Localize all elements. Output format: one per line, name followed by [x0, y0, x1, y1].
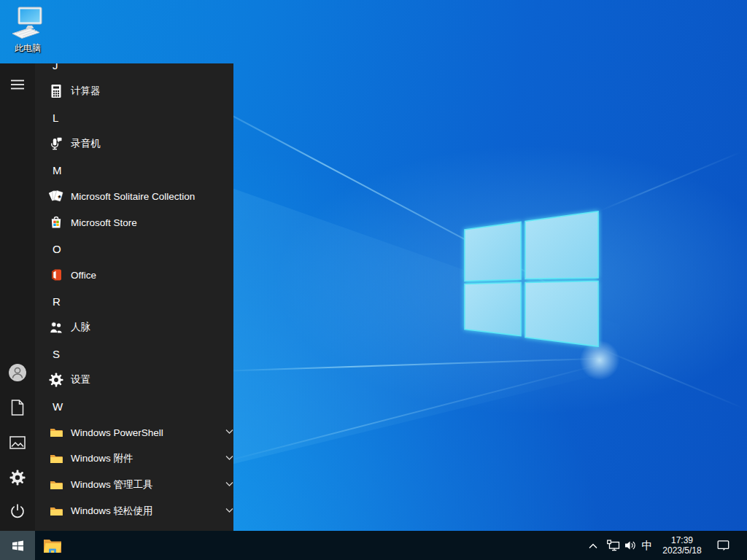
- this-pc-desktop-icon[interactable]: 此电脑: [3, 6, 53, 55]
- app-row-microsoft-store[interactable]: Microsoft Store: [35, 209, 233, 236]
- documents-button[interactable]: [0, 393, 35, 422]
- folder-icon: [48, 424, 64, 440]
- pictures-button[interactable]: [0, 428, 35, 457]
- tray-volume[interactable]: [622, 531, 639, 560]
- section-header-M[interactable]: M: [35, 157, 233, 183]
- section-letter: M: [53, 164, 62, 176]
- folder-icon: [48, 477, 64, 493]
- clock-date: 2023/5/18: [662, 545, 701, 556]
- windows-start-icon: [12, 540, 24, 552]
- app-label: Windows 附件: [71, 452, 133, 465]
- app-label: Windows 轻松使用: [71, 505, 153, 518]
- tray-network-status[interactable]: [604, 531, 623, 560]
- user-avatar-icon: [8, 363, 27, 382]
- this-pc-icon: [9, 6, 46, 41]
- action-center-button[interactable]: [709, 531, 737, 560]
- volume-icon: [624, 540, 637, 551]
- network-icon: [607, 540, 620, 551]
- office-icon: [48, 267, 64, 283]
- section-letter: W: [53, 400, 63, 413]
- section-header-L[interactable]: L: [35, 104, 233, 131]
- start-button[interactable]: [0, 531, 35, 560]
- app-label: Microsoft Solitaire Collection: [71, 191, 195, 202]
- app-row-windows-powershell[interactable]: Windows PowerShell: [35, 419, 233, 446]
- section-letter: J: [53, 63, 58, 71]
- file-explorer-button[interactable]: [35, 531, 70, 560]
- app-row-solitaire[interactable]: ♠ Microsoft Solitaire Collection: [35, 183, 233, 209]
- tray-show-hidden-icons[interactable]: [584, 531, 602, 560]
- app-row-people[interactable]: 人脉: [35, 314, 233, 341]
- calculator-icon: [48, 83, 64, 99]
- app-row-calculator[interactable]: 计算器: [35, 78, 233, 104]
- app-label: Windows 管理工具: [71, 478, 153, 491]
- app-row-windows-admin-tools[interactable]: Windows 管理工具: [35, 472, 233, 498]
- clock-time: 17:39: [671, 535, 693, 545]
- app-label: Windows PowerShell: [71, 427, 163, 438]
- folder-icon: [48, 503, 64, 519]
- app-row-settings[interactable]: 设置: [35, 367, 233, 393]
- power-icon: [9, 503, 26, 519]
- settings-gear-icon: [48, 372, 64, 388]
- section-letter: R: [53, 295, 61, 308]
- hamburger-menu-button[interactable]: [0, 70, 35, 99]
- start-menu-rail: [0, 63, 35, 531]
- section-letter: O: [53, 243, 61, 255]
- app-label: 设置: [71, 373, 90, 386]
- section-header-J[interactable]: J: [35, 63, 233, 78]
- chevron-down-icon[interactable]: [225, 429, 233, 435]
- settings-rail-button[interactable]: [0, 463, 35, 492]
- this-pc-label: 此电脑: [15, 42, 41, 55]
- section-header-W[interactable]: W: [35, 393, 233, 419]
- voice-recorder-icon: [48, 136, 64, 152]
- section-header-O[interactable]: O: [35, 236, 233, 262]
- chevron-down-icon[interactable]: [225, 508, 233, 513]
- action-center-icon: [717, 540, 729, 551]
- tray-ime-indicator[interactable]: 中: [638, 531, 656, 560]
- app-label: Microsoft Store: [71, 217, 137, 228]
- chevron-down-icon[interactable]: [225, 481, 233, 487]
- section-letter: S: [53, 348, 60, 360]
- app-label: 录音机: [71, 137, 101, 150]
- section-letter: L: [53, 112, 58, 124]
- windows-desktop: 此电脑: [0, 0, 747, 560]
- taskbar: 中 17:39 2023/5/18: [0, 531, 747, 560]
- windows-logo: [460, 206, 603, 351]
- chevron-down-icon[interactable]: [225, 455, 233, 461]
- chevron-up-icon: [588, 542, 598, 549]
- start-menu: J 计算器 L: [0, 63, 233, 531]
- file-explorer-icon: [43, 537, 62, 553]
- app-row-partial[interactable]: [35, 524, 233, 531]
- app-row-windows-ease-of-access[interactable]: Windows 轻松使用: [35, 498, 233, 524]
- section-header-R[interactable]: R: [35, 288, 233, 314]
- folder-icon: [48, 451, 64, 467]
- app-label: 人脉: [71, 321, 90, 334]
- section-header-S[interactable]: S: [35, 341, 233, 367]
- app-label: 计算器: [71, 85, 101, 98]
- gear-icon: [9, 470, 26, 486]
- user-account-button[interactable]: [0, 358, 35, 387]
- ime-label: 中: [642, 539, 653, 553]
- people-icon: [48, 319, 64, 335]
- hamburger-icon: [11, 79, 24, 90]
- document-icon: [11, 400, 24, 416]
- power-button[interactable]: [0, 497, 35, 526]
- solitaire-icon: ♠: [48, 188, 64, 204]
- app-row-voice-recorder[interactable]: 录音机: [35, 131, 233, 157]
- microsoft-store-icon: [48, 214, 64, 230]
- app-label: Office: [71, 270, 96, 281]
- pictures-icon: [9, 436, 26, 449]
- tray-clock[interactable]: 17:39 2023/5/18: [656, 531, 708, 560]
- app-row-windows-accessories[interactable]: Windows 附件: [35, 446, 233, 472]
- app-row-office[interactable]: Office: [35, 262, 233, 288]
